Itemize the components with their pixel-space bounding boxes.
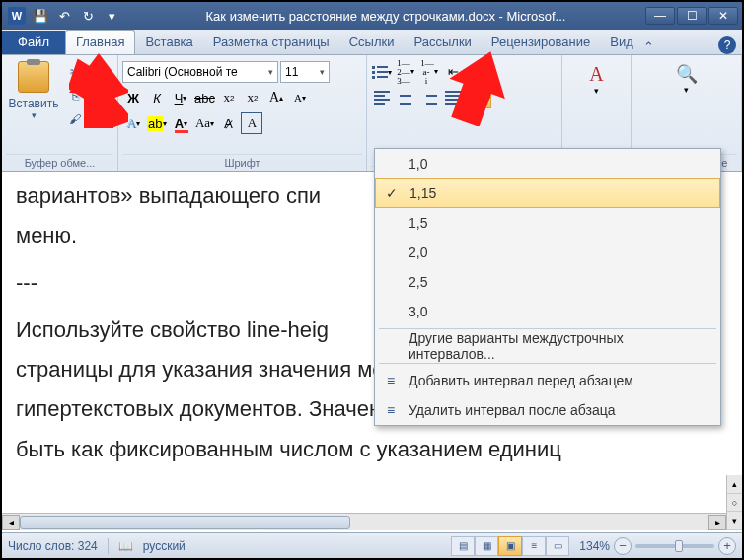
spacing-option-2-5[interactable]: 2,5 <box>375 267 720 297</box>
italic-button[interactable]: К <box>146 87 168 108</box>
group-clipboard-label: Буфер обме... <box>6 154 113 171</box>
redo-button[interactable]: ↻ <box>77 5 99 27</box>
add-space-before[interactable]: ≡ Добавить интервал перед абзацем <box>375 366 720 395</box>
paste-button[interactable]: Вставить ▾ <box>6 57 61 120</box>
superscript-button[interactable]: x2 <box>242 87 263 108</box>
highlight-button[interactable]: ab▾ <box>146 112 168 134</box>
group-font: Calibri (Основной те▾ 11▾ Ж К Ч▾ abc x2 … <box>118 55 367 171</box>
select-browse-object-button[interactable]: ○ <box>727 494 742 513</box>
horizontal-scrollbar[interactable]: ◂ ▸ <box>2 513 726 530</box>
view-draft[interactable]: ▭ <box>546 536 569 556</box>
spacing-option-1-5[interactable]: 1,5 <box>375 208 720 238</box>
spacing-options-more[interactable]: Другие варианты междустрочных интервалов… <box>375 331 720 361</box>
change-case-button[interactable]: Aa▾ <box>193 112 215 134</box>
spacing-option-3-0[interactable]: 3,0 <box>375 297 720 326</box>
tab-page-layout[interactable]: Разметка страницы <box>203 31 339 54</box>
spacing-option-1-0[interactable]: 1,0 <box>375 149 720 178</box>
ribbon-tabs: Файл Главная Вставка Разметка страницы С… <box>2 30 742 55</box>
character-border-button[interactable]: A <box>241 112 262 134</box>
clear-formatting-button[interactable]: A̷ <box>217 112 239 134</box>
view-full-screen[interactable]: ▦ <box>475 536 498 556</box>
grow-font-button[interactable]: A▴ <box>265 87 287 108</box>
view-web-layout[interactable]: ▣ <box>498 536 522 556</box>
find-button[interactable]: 🔍 ▾ <box>667 57 707 101</box>
svg-marker-2 <box>448 49 507 126</box>
doc-line: быть как фиксированным числом с указание… <box>16 433 728 466</box>
paste-label: Вставить <box>9 97 59 110</box>
spacing-option-2-0[interactable]: 2,0 <box>375 238 720 267</box>
scroll-thumb[interactable] <box>20 516 350 529</box>
align-left-button[interactable] <box>371 87 393 108</box>
view-outline[interactable]: ≡ <box>522 536 546 556</box>
menu-separator <box>379 328 716 329</box>
binoculars-icon: 🔍 <box>676 63 698 85</box>
add-space-before-icon: ≡ <box>381 373 401 388</box>
status-separator <box>108 538 109 554</box>
underline-button[interactable]: Ч▾ <box>170 87 191 108</box>
help-icon[interactable]: ? <box>718 36 736 54</box>
zoom-level[interactable]: 134% <box>579 539 610 553</box>
group-font-label: Шрифт <box>122 154 362 171</box>
previous-page-button[interactable]: ▴ <box>727 475 742 494</box>
undo-button[interactable]: ↶ <box>53 5 75 27</box>
remove-space-after-icon: ≡ <box>381 402 401 418</box>
minimize-ribbon-icon[interactable]: ⌃ <box>643 39 654 54</box>
close-button[interactable]: ✕ <box>708 7 738 25</box>
browse-object-controls: ▴ ○ ▾ <box>726 475 742 530</box>
qat-customize-icon[interactable]: ▾ <box>101 5 122 27</box>
font-family-value: Calibri (Основной те <box>127 65 238 79</box>
quick-access-toolbar: W 💾 ↶ ↻ ▾ <box>2 5 126 27</box>
scroll-left-button[interactable]: ◂ <box>2 515 20 530</box>
save-button[interactable]: 💾 <box>30 5 51 27</box>
window-title: Как изменить расстояние между строчками.… <box>126 9 645 24</box>
styles-button[interactable]: A ▾ <box>577 57 617 101</box>
tab-view[interactable]: Вид <box>600 31 643 54</box>
zoom-controls: 134% − + <box>579 537 736 555</box>
font-size-value: 11 <box>285 65 298 79</box>
word-count-label[interactable]: Число слов: 324 <box>8 539 98 553</box>
title-bar: W 💾 ↶ ↻ ▾ Как изменить расстояние между … <box>2 2 742 30</box>
word-app-icon[interactable]: W <box>6 5 28 27</box>
align-center-button[interactable] <box>395 87 416 108</box>
spellcheck-icon[interactable]: 📖 <box>118 539 133 553</box>
clipboard-icon <box>18 61 49 93</box>
spacing-option-1-15[interactable]: 1,15 <box>375 178 720 208</box>
font-color-button[interactable]: A▾ <box>170 112 191 134</box>
scroll-track[interactable] <box>20 515 708 530</box>
annotation-arrow-left <box>69 53 128 130</box>
maximize-button[interactable]: ☐ <box>677 7 707 25</box>
font-family-combo[interactable]: Calibri (Основной те▾ <box>122 61 278 83</box>
font-size-combo[interactable]: 11▾ <box>280 61 330 83</box>
zoom-out-button[interactable]: − <box>614 537 632 555</box>
menu-separator <box>379 363 716 364</box>
language-indicator[interactable]: русский <box>143 539 186 553</box>
shrink-font-button[interactable]: A▾ <box>289 87 311 108</box>
view-print-layout[interactable]: ▤ <box>451 536 475 556</box>
styles-icon: A <box>589 63 603 86</box>
align-right-button[interactable] <box>418 87 440 108</box>
status-bar: Число слов: 324 📖 русский ▤ ▦ ▣ ≡ ▭ 134%… <box>2 532 742 558</box>
tab-home[interactable]: Главная <box>65 30 135 54</box>
line-spacing-menu: 1,0 1,15 1,5 2,0 2,5 3,0 Другие варианты… <box>374 148 721 426</box>
bullets-button[interactable]: ▾ <box>371 61 393 83</box>
strikethrough-button[interactable]: abc <box>193 87 216 108</box>
minimize-button[interactable]: — <box>645 7 675 25</box>
tab-references[interactable]: Ссылки <box>339 31 405 54</box>
scroll-right-button[interactable]: ▸ <box>708 515 726 530</box>
tab-insert[interactable]: Вставка <box>135 31 202 54</box>
next-page-button[interactable]: ▾ <box>727 512 742 530</box>
remove-space-after[interactable]: ≡ Удалить интервал после абзаца <box>375 395 720 425</box>
view-buttons: ▤ ▦ ▣ ≡ ▭ <box>451 536 569 556</box>
tab-file[interactable]: Файл <box>2 31 65 54</box>
annotation-arrow-right <box>448 49 507 126</box>
zoom-slider-thumb[interactable] <box>675 540 683 552</box>
zoom-slider[interactable] <box>635 544 714 548</box>
numbering-button[interactable]: 1—2—3—▾ <box>395 61 416 83</box>
multilevel-list-button[interactable]: 1— a- i▾ <box>418 61 440 83</box>
subscript-button[interactable]: x2 <box>218 87 240 108</box>
window-controls: — ☐ ✕ <box>645 7 742 25</box>
zoom-in-button[interactable]: + <box>718 537 736 555</box>
